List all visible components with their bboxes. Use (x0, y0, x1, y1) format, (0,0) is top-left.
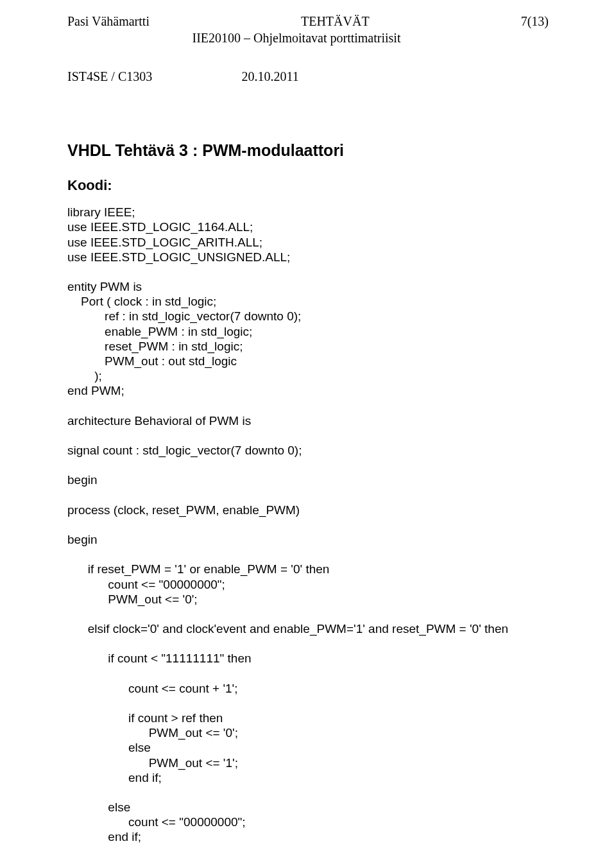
sub-header-left: IST4SE / C1303 (67, 69, 152, 85)
header-page-num: 7(13) (521, 14, 549, 30)
header-course-code: IIE20100 – Ohjelmoitavat porttimatriisit (193, 31, 401, 46)
sub-header-row: IST4SE / C1303 20.10.2011 (67, 69, 549, 85)
code-block: library IEEE; use IEEE.STD_LOGIC_1164.AL… (67, 205, 549, 844)
header-row-2: IIE20100 – Ohjelmoitavat porttimatriisit (67, 31, 549, 46)
header-author: Pasi Vähämartti (67, 14, 150, 30)
header-doc-type: TEHTÄVÄT (301, 14, 370, 30)
header-row-1: Pasi Vähämartti TEHTÄVÄT 7(13) (67, 14, 549, 30)
koodi-label: Koodi: (67, 177, 549, 194)
sub-header-date: 20.10.2011 (241, 69, 298, 85)
page-title: VHDL Tehtävä 3 : PWM-modulaattori (67, 141, 549, 160)
